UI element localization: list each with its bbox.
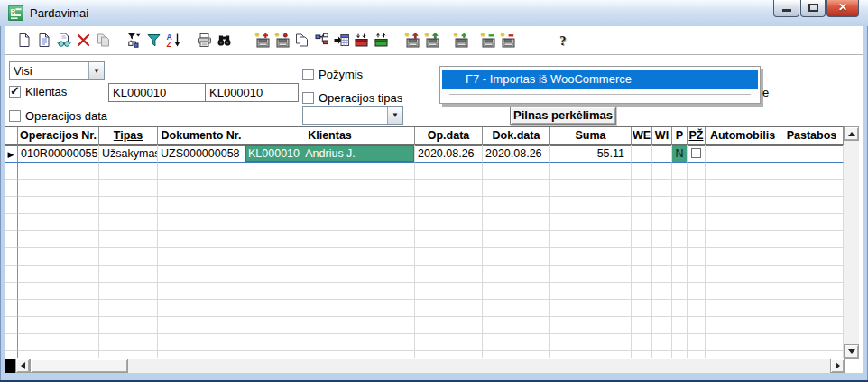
- empty-cell: [706, 231, 780, 248]
- empty-cell: [652, 351, 672, 358]
- edit-document-icon[interactable]: [36, 33, 51, 48]
- col-header-tipas[interactable]: Tipas: [99, 127, 158, 145]
- dropdown-arrow-icon[interactable]: ▼: [387, 107, 402, 124]
- menu-item-f7-importas-woocommerce[interactable]: F7 - Importas iš WooCommerce: [442, 70, 758, 89]
- operacijos-data-checkbox[interactable]: [9, 110, 21, 122]
- empty-cell: [652, 334, 672, 351]
- view-document-icon[interactable]: [56, 33, 71, 48]
- splitter-box[interactable]: [5, 359, 15, 373]
- delete-icon[interactable]: [76, 33, 91, 48]
- scroll-left-button[interactable]: [15, 359, 30, 373]
- cell-pz[interactable]: [688, 145, 706, 163]
- crate-green-icon[interactable]: [374, 33, 389, 48]
- empty-cell: [99, 334, 158, 351]
- empty-cell: [99, 197, 158, 214]
- copy-pages-icon[interactable]: [294, 33, 309, 48]
- cell-dok_data[interactable]: 2020.08.26: [483, 145, 550, 163]
- empty-cell: [415, 283, 483, 300]
- klientas-to-input[interactable]: [205, 83, 299, 102]
- disk-minus-green-icon[interactable]: [480, 33, 495, 48]
- help-icon[interactable]: ??: [556, 33, 571, 48]
- cell-suma[interactable]: 55.11: [550, 145, 632, 163]
- filter-define-icon[interactable]: [126, 33, 142, 48]
- operacijos-tipas-checkbox[interactable]: [302, 92, 314, 104]
- cell-dok_nr[interactable]: UZS000000058: [158, 145, 245, 163]
- pozymis-checkbox[interactable]: [302, 69, 314, 80]
- cell-automobilis[interactable]: [706, 145, 780, 163]
- cell-pastabos[interactable]: [780, 145, 844, 163]
- klientas-checkbox[interactable]: ✓: [9, 86, 21, 98]
- empty-cell: [158, 248, 245, 266]
- pz-cell-checkbox[interactable]: [691, 148, 701, 158]
- cell-op_data[interactable]: 2020.08.26: [415, 145, 483, 163]
- operacijos-tipas-label: Operacijos tipas: [319, 91, 402, 105]
- col-header-suma[interactable]: Suma: [550, 127, 632, 145]
- crate-red-icon[interactable]: [354, 33, 369, 48]
- col-header-wi[interactable]: WI: [652, 127, 672, 145]
- col-header-klientas[interactable]: Klientas: [245, 127, 415, 145]
- minimize-button[interactable]: [773, 0, 799, 17]
- col-header-automobilis[interactable]: Automobilis: [706, 127, 780, 145]
- cell-wi[interactable]: [652, 145, 672, 163]
- table-empty-row: [5, 231, 844, 248]
- empty-cell: [5, 334, 18, 351]
- horizontal-scroll-thumb[interactable]: [30, 359, 128, 373]
- col-header-pz[interactable]: PŽ: [688, 127, 706, 145]
- operacijos-data-filter: Operacijos data: [9, 109, 107, 123]
- close-button[interactable]: ✕: [826, 0, 859, 17]
- cell-klientas[interactable]: KL000010 Andrius J.: [245, 145, 415, 163]
- filter-scope-select[interactable]: Visi ▼: [9, 61, 105, 80]
- empty-cell: [688, 266, 706, 283]
- table-empty-row: [5, 163, 844, 180]
- col-header-op_nr[interactable]: Operacijos Nr.: [18, 127, 99, 145]
- find-icon[interactable]: [217, 33, 232, 48]
- empty-cell: [780, 266, 844, 283]
- empty-cell: [5, 214, 18, 231]
- titlebar[interactable]: R Pardavimai ✕: [0, 0, 868, 26]
- filter-icon[interactable]: [146, 33, 162, 48]
- maximize-button[interactable]: [800, 0, 826, 17]
- sort-az-icon[interactable]: AZ: [166, 33, 181, 48]
- operacijos-tipas-select[interactable]: ▼: [302, 106, 403, 125]
- insert-table-icon[interactable]: [334, 33, 349, 48]
- scroll-down-button[interactable]: [844, 344, 859, 359]
- col-header-p[interactable]: P: [672, 127, 688, 145]
- empty-cell: [550, 180, 632, 197]
- cell-tipas[interactable]: Užsakymas: [99, 145, 158, 163]
- col-header-we[interactable]: WE: [632, 127, 652, 145]
- disk-plus-red-icon[interactable]: [254, 33, 270, 48]
- col-header-dok_data[interactable]: Dok.data: [483, 127, 550, 145]
- scroll-right-button[interactable]: [830, 359, 845, 373]
- disk-up-green-icon[interactable]: [424, 33, 439, 48]
- disk-minus-red-icon[interactable]: [500, 33, 515, 48]
- row-selector-cell[interactable]: ▶: [5, 145, 18, 163]
- org-chart-icon[interactable]: [314, 33, 329, 48]
- empty-cell: [483, 197, 550, 214]
- empty-cell: [18, 334, 99, 351]
- empty-cell: [483, 283, 550, 300]
- vertical-scrollbar[interactable]: [844, 126, 859, 359]
- dropdown-arrow-icon[interactable]: ▼: [88, 62, 104, 79]
- cell-p[interactable]: N: [672, 145, 688, 163]
- empty-cell: [415, 317, 483, 334]
- cell-we[interactable]: [632, 145, 652, 163]
- empty-cell: [99, 231, 158, 248]
- empty-cell: [688, 317, 706, 334]
- empty-cell: [415, 248, 483, 266]
- disk-dot-red-icon[interactable]: [274, 33, 290, 48]
- disk-up-red-icon[interactable]: [404, 33, 420, 48]
- col-header-op_data[interactable]: Op.data: [415, 127, 483, 145]
- table-row[interactable]: ▶010R00000055UžsakymasUZS000000058KL0000…: [5, 145, 844, 163]
- empty-cell: [18, 266, 99, 283]
- horizontal-scrollbar[interactable]: [5, 359, 845, 373]
- disk-plus-green-icon[interactable]: [453, 33, 468, 48]
- col-header-pastabos[interactable]: Pastabos: [780, 127, 844, 145]
- cell-op_nr[interactable]: 010R00000055: [18, 145, 99, 163]
- print-icon[interactable]: [197, 33, 212, 48]
- pilnas-perkelimas-button[interactable]: Pilnas perkėlimas: [510, 107, 616, 125]
- klientas-from-input[interactable]: [108, 83, 209, 102]
- scroll-up-button[interactable]: [844, 126, 859, 141]
- new-document-icon[interactable]: [16, 33, 32, 48]
- empty-cell: [415, 351, 483, 358]
- col-header-dok_nr[interactable]: Dokumento Nr.: [158, 127, 245, 145]
